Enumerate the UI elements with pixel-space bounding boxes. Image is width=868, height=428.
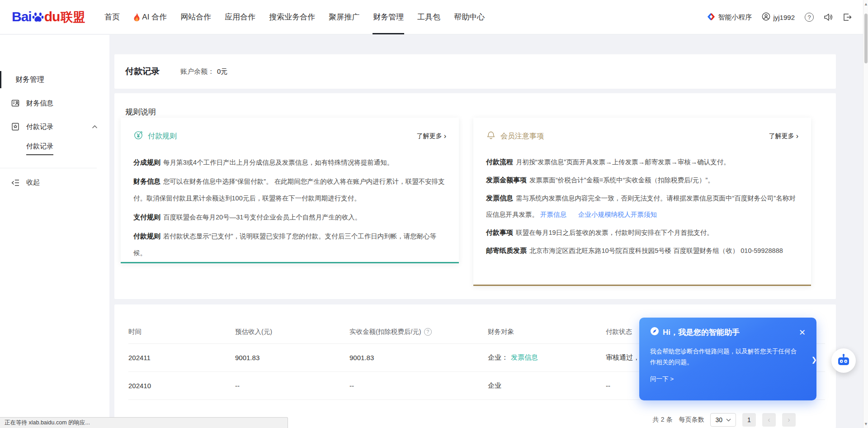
menu-label: 应用合作: [225, 12, 255, 22]
page-scrollbar[interactable]: ▲ ▼: [863, 0, 868, 428]
next-page-button[interactable]: ›: [782, 413, 796, 427]
menu-item-help[interactable]: 帮助中心: [447, 0, 491, 34]
logo-text-bai: Bai: [12, 9, 32, 24]
member-notice-icon: [486, 130, 496, 142]
learn-more-link-left[interactable]: 了解更多›: [417, 132, 446, 140]
menu-item-home[interactable]: 首页: [98, 0, 127, 34]
col-actual: 实收金额(扣除税费后/元)?: [349, 328, 488, 336]
page-header-panel: 付款记录 账户余额：0元: [114, 54, 836, 89]
scroll-down-arrow-icon[interactable]: ▼: [863, 421, 868, 427]
sidebar-item-payment-record[interactable]: 付款记录: [0, 118, 109, 135]
user-account[interactable]: jyj1992: [762, 12, 795, 22]
rule-term: 邮寄纸质发票: [486, 247, 527, 254]
logout-icon[interactable]: [843, 13, 852, 22]
rule-term: 发票信息: [486, 194, 513, 202]
sidebar-item-label: 财务信息: [26, 99, 53, 108]
invoice-info-link[interactable]: 开票信息: [540, 211, 566, 218]
top-nav: Bai du 联盟 首页 AI 合作 网站合作 应用合作 搜索业务合作: [0, 0, 868, 34]
rule-text: 每月第3或4个工作日产出上月分成信息及发票信息，如有特殊情况将提前通知。: [163, 159, 393, 166]
rule-term: 付款规则: [133, 232, 160, 240]
menu-label: 网站合作: [180, 12, 211, 22]
menu-label: 搜索业务合作: [269, 12, 315, 22]
rule-text: 北京市海淀区西北旺东路10号院百度科技园5号楼 百度联盟财务组（收） 010-5…: [529, 247, 783, 254]
payment-rules-body: 分成规则每月第3或4个工作日产出上月分成信息及发票信息，如有特殊情况将提前通知。…: [133, 154, 446, 262]
sidebar-collapse-button[interactable]: 收起: [0, 178, 109, 187]
col-time: 时间: [128, 328, 235, 336]
flame-icon: [133, 13, 140, 21]
status-text: 正在等待 xlab.baidu.com 的响应...: [5, 419, 90, 427]
rule-term: 付款事项: [486, 228, 513, 236]
learn-more-link-right[interactable]: 了解更多›: [769, 132, 798, 140]
rule-term: 财务信息: [133, 177, 160, 185]
per-page-label: 每页条数: [679, 416, 704, 424]
baidu-union-logo[interactable]: Bai du 联盟: [12, 9, 85, 25]
menu-item-search-biz[interactable]: 搜索业务合作: [262, 0, 322, 34]
finance-info-icon: [11, 99, 20, 108]
cell-estimated: --: [235, 382, 349, 390]
rule-text: 您可以在财务信息中选择“保留付款”。 在此期间您产生的收入将在账户内进行累计，联…: [133, 178, 445, 202]
payment-record-icon: [11, 122, 20, 131]
per-page-select[interactable]: 30: [710, 413, 736, 427]
scroll-up-arrow-icon[interactable]: ▲: [863, 1, 868, 7]
invoice-info-table-link[interactable]: 发票信息: [511, 353, 538, 361]
help-icon[interactable]: ?: [805, 13, 814, 22]
cell-target: 企业：发票信息: [488, 353, 606, 362]
account-balance: 账户余额：0元: [180, 67, 227, 76]
close-icon[interactable]: ✕: [799, 328, 806, 338]
chevron-right-icon: ›: [796, 133, 798, 140]
menu-item-juping[interactable]: 聚屏推广: [322, 0, 366, 34]
popup-edge-arrow-icon[interactable]: ❯: [811, 356, 817, 364]
sidebar-section-finance[interactable]: 财务管理: [0, 71, 109, 88]
menu-item-ai[interactable]: AI 合作: [127, 0, 174, 34]
member-notice-title: 会员注意事项: [500, 132, 544, 141]
page-number-button[interactable]: 1: [742, 413, 756, 427]
menu-item-finance[interactable]: 财务管理: [366, 0, 410, 34]
menu-item-website[interactable]: 网站合作: [174, 0, 218, 34]
payment-rules-card: 付款规则 了解更多› 分成规则每月第3或4个工作日产出上月分成信息及发票信息，如…: [121, 118, 459, 263]
rule-text: 百度联盟会在每月20号—31号支付企业会员上个自然月产生的收入。: [163, 214, 361, 221]
rule-term: 发票金额事项: [486, 176, 527, 184]
baidu-union-finance-page: Bai du 联盟 首页 AI 合作 网站合作 应用合作 搜索业务合作: [0, 0, 868, 428]
menu-label: 聚屏推广: [329, 12, 359, 22]
member-notice-card: 会员注意事项 了解更多› 付款流程月初按“发票信息”页面开具发票→上传发票→邮寄…: [473, 118, 811, 286]
username-label: jyj1992: [773, 14, 795, 21]
browser-status-bar: 正在等待 xlab.baidu.com 的响应...: [0, 417, 288, 428]
assistant-robot-button[interactable]: [831, 348, 856, 373]
small-taxpayer-notice-link[interactable]: 企业小规模纳税人开票须知: [578, 211, 657, 218]
total-count: 共 2 条: [653, 416, 673, 424]
collapse-label: 收起: [26, 178, 40, 187]
mini-program-label: 智能小程序: [718, 13, 752, 22]
rule-paragraph: 付款流程月初按“发票信息”页面开具发票→上传发票→邮寄发票→审核→确认支付。: [486, 154, 798, 170]
rule-paragraph: 财务信息您可以在财务信息中选择“保留付款”。 在此期间您产生的收入将在账户内进行…: [133, 173, 446, 207]
menu-item-app[interactable]: 应用合作: [218, 0, 262, 34]
scrollbar-thumb[interactable]: [864, 14, 868, 63]
menu-item-toolkit[interactable]: 工具包: [410, 0, 447, 34]
compass-icon: [650, 327, 659, 338]
per-page-value: 30: [715, 416, 722, 423]
assistant-title: Hi，我是您的智能助手: [663, 327, 740, 338]
rule-paragraph: 发票金额事项发票票面“价税合计”金额=系统中“实收金额（扣除税费后/元）”。: [486, 172, 798, 188]
sidebar-item-finance-info[interactable]: 财务信息: [0, 95, 109, 112]
rule-term: 付款流程: [486, 158, 513, 166]
speaker-icon[interactable]: [824, 13, 833, 22]
paw-icon: [32, 11, 44, 26]
chevron-right-icon: ›: [444, 133, 446, 140]
cell-actual: --: [349, 382, 488, 390]
card-title-row: 会员注意事项 了解更多›: [486, 130, 798, 142]
mini-program-entry[interactable]: 智能小程序: [707, 13, 752, 22]
menu-label: 工具包: [417, 12, 440, 22]
rule-paragraph: 分成规则每月第3或4个工作日产出上月分成信息及发票信息，如有特殊情况将提前通知。: [133, 154, 446, 171]
sidebar-subitem-payment-record[interactable]: 付款记录: [26, 141, 109, 156]
balance-label: 账户余额：: [180, 67, 214, 75]
cell-target: 企业: [488, 381, 606, 390]
ask-now-link[interactable]: 问一下 >: [650, 375, 806, 383]
learn-more-label: 了解更多: [417, 132, 442, 140]
info-icon[interactable]: ?: [424, 328, 432, 336]
rules-heading: 规则说明: [125, 107, 825, 117]
chevron-up-icon[interactable]: [92, 125, 98, 129]
collapse-icon: [11, 179, 20, 186]
prev-page-button[interactable]: ‹: [762, 413, 776, 427]
page-title: 付款记录: [125, 66, 160, 77]
rule-text: 发票票面“价税合计”金额=系统中“实收金额（扣除税费后/元）”。: [529, 176, 714, 184]
learn-more-label: 了解更多: [769, 132, 794, 140]
